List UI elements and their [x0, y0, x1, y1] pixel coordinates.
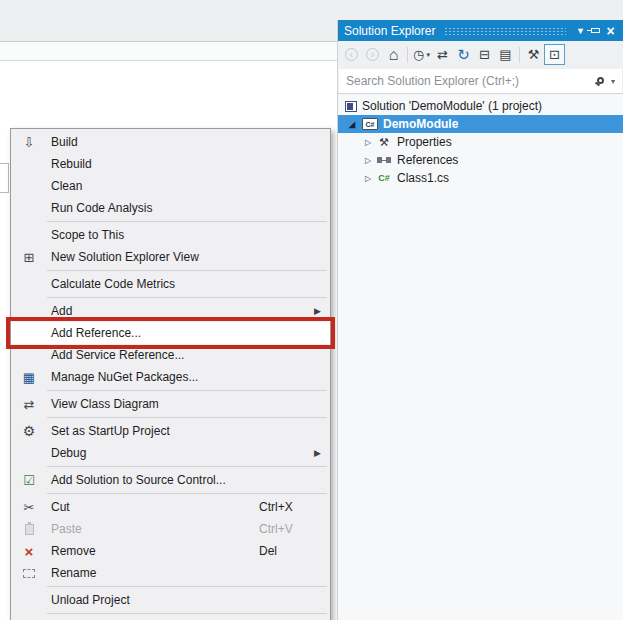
- collapse-all-icon: ⊟: [479, 47, 490, 62]
- menu-item-label: Cut: [43, 500, 70, 514]
- menu-item-label: New Solution Explorer View: [43, 250, 199, 264]
- menu-item-remove[interactable]: × Remove Del: [11, 540, 330, 562]
- preview-selected-items-toggle[interactable]: ⊡: [544, 44, 565, 65]
- menu-item-debug[interactable]: Debug ▶: [11, 442, 330, 464]
- menu-separator: [47, 613, 327, 614]
- menu-separator: [47, 390, 327, 391]
- window-position-dropdown-icon[interactable]: ▼: [573, 23, 588, 39]
- search-box[interactable]: ▾: [339, 69, 622, 93]
- tree-row-properties[interactable]: ▷ ⚒ Properties: [338, 133, 623, 151]
- tree-row-demomodule[interactable]: ◢ C# DemoModule: [338, 115, 623, 133]
- menu-item-rebuild[interactable]: Rebuild: [11, 153, 330, 175]
- expander-expanded-icon[interactable]: ◢: [346, 120, 358, 129]
- menu-item-label: Add: [43, 304, 72, 318]
- menu-item-paste[interactable]: Paste Ctrl+V: [11, 518, 330, 540]
- menu-item-calculate-code-metrics[interactable]: Calculate Code Metrics: [11, 273, 330, 295]
- menu-separator: [47, 466, 327, 467]
- close-icon[interactable]: ×: [603, 23, 618, 39]
- shortcut-label: Ctrl+V: [259, 522, 293, 536]
- build-icon: ⇩: [15, 136, 43, 149]
- shortcut-label: Ctrl+X: [259, 500, 293, 514]
- visual-studio-screenshot: ⇩ Build Rebuild Clean Run Code Analysis …: [0, 0, 623, 620]
- tree-row-label: Properties: [397, 135, 452, 149]
- menu-item-label: Add Solution to Source Control...: [43, 473, 226, 487]
- auto-hide-pin-icon[interactable]: [588, 23, 603, 39]
- show-all-files-button[interactable]: ▤: [495, 44, 516, 65]
- properties-wrench-icon: ⚒: [376, 136, 392, 149]
- menu-item-add-reference[interactable]: Add Reference...: [11, 322, 330, 344]
- tree-row-references[interactable]: ▷ References: [338, 151, 623, 169]
- collapse-all-button[interactable]: ⊟: [474, 44, 495, 65]
- menu-item-label: View Class Diagram: [43, 397, 159, 411]
- menu-item-clean[interactable]: Clean: [11, 175, 330, 197]
- menu-item-new-solution-explorer-view[interactable]: ⊞ New Solution Explorer View: [11, 246, 330, 268]
- forward-button[interactable]: ›: [362, 44, 383, 65]
- menu-item-open-folder-in-file-explorer[interactable]: ↪ Open Folder in File Explorer: [11, 616, 330, 620]
- menu-item-label: Run Code Analysis: [43, 201, 152, 215]
- sync-icon: ⇄: [437, 47, 448, 62]
- search-options-caret-icon[interactable]: ▾: [611, 77, 615, 86]
- menu-item-label: Unload Project: [43, 593, 130, 607]
- menu-item-build[interactable]: ⇩ Build: [11, 131, 330, 153]
- menu-item-add[interactable]: Add ▶: [11, 300, 330, 322]
- menu-item-add-solution-to-source-control[interactable]: ☑ Add Solution to Source Control...: [11, 469, 330, 491]
- csharp-file-icon: C#: [376, 173, 392, 183]
- menu-item-view-class-diagram[interactable]: ⇄ View Class Diagram: [11, 393, 330, 415]
- expander-collapsed-icon[interactable]: ▷: [362, 174, 374, 183]
- search-input[interactable]: [346, 74, 591, 88]
- search-icon[interactable]: [597, 77, 604, 84]
- class-diagram-icon: ⇄: [15, 398, 43, 411]
- menu-item-cut[interactable]: ✂ Cut Ctrl+X: [11, 496, 330, 518]
- tree-row-class1[interactable]: ▷ C# Class1.cs: [338, 169, 623, 187]
- tree-row-label: DemoModule: [383, 117, 458, 131]
- menu-separator: [47, 270, 327, 271]
- forward-icon: ›: [366, 48, 379, 61]
- tree-row-label: Solution 'DemoModule' (1 project): [362, 99, 542, 113]
- back-icon: ‹: [345, 48, 358, 61]
- submenu-arrow-icon: ▶: [314, 448, 321, 458]
- menu-item-set-as-startup-project[interactable]: ⚙ Set as StartUp Project: [11, 420, 330, 442]
- pending-changes-filter-button[interactable]: ◷▾: [411, 44, 432, 65]
- editor-margin-fragment: [0, 163, 9, 193]
- menu-item-manage-nuget-packages[interactable]: ▦ Manage NuGet Packages...: [11, 366, 330, 388]
- rename-icon: [15, 569, 43, 578]
- tree-row-solution[interactable]: Solution 'DemoModule' (1 project): [338, 97, 623, 115]
- sync-with-active-document-button[interactable]: ⇄: [432, 44, 453, 65]
- expander-collapsed-icon[interactable]: ▷: [362, 138, 374, 147]
- properties-button[interactable]: ⚒: [523, 44, 544, 65]
- shortcut-label: Del: [259, 544, 277, 558]
- menu-item-label: Paste: [43, 522, 82, 536]
- menu-item-label: Remove: [43, 544, 96, 558]
- menu-item-label: Rename: [43, 566, 96, 580]
- menu-item-label: Manage NuGet Packages...: [43, 370, 198, 384]
- menu-item-scope-to-this[interactable]: Scope to This: [11, 224, 330, 246]
- refresh-button[interactable]: ↻: [453, 44, 474, 65]
- home-icon: ⌂: [389, 46, 399, 64]
- csharp-project-icon: C#: [362, 118, 378, 130]
- source-control-icon: ☑: [15, 474, 43, 487]
- menu-item-unload-project[interactable]: Unload Project: [11, 589, 330, 611]
- menu-item-rename[interactable]: Rename: [11, 562, 330, 584]
- tree-row-label: References: [397, 153, 458, 167]
- menu-item-label: Set as StartUp Project: [43, 424, 170, 438]
- toolbar-separator: [519, 47, 520, 63]
- menu-item-label: Calculate Code Metrics: [43, 277, 175, 291]
- menu-item-run-code-analysis[interactable]: Run Code Analysis: [11, 197, 330, 219]
- cut-icon: ✂: [15, 501, 43, 514]
- menu-item-label: Debug: [43, 446, 86, 460]
- new-solution-explorer-view-icon: ⊞: [15, 251, 43, 264]
- menu-item-label: Build: [43, 135, 78, 149]
- home-button[interactable]: ⌂: [383, 44, 404, 65]
- menu-item-label: Scope to This: [43, 228, 124, 242]
- solution-explorer-titlebar[interactable]: Solution Explorer ▼ ×: [338, 20, 623, 41]
- pending-changes-filter-icon: ◷: [413, 47, 424, 62]
- expander-collapsed-icon[interactable]: ▷: [362, 156, 374, 165]
- menu-separator: [47, 221, 327, 222]
- menu-item-add-service-reference[interactable]: Add Service Reference...: [11, 344, 330, 366]
- menu-separator: [47, 586, 327, 587]
- references-icon: [377, 157, 392, 163]
- panel-title-text: Solution Explorer: [344, 24, 435, 38]
- back-button[interactable]: ‹: [341, 44, 362, 65]
- menu-separator: [47, 493, 327, 494]
- solution-tree: Solution 'DemoModule' (1 project) ◢ C# D…: [338, 94, 623, 187]
